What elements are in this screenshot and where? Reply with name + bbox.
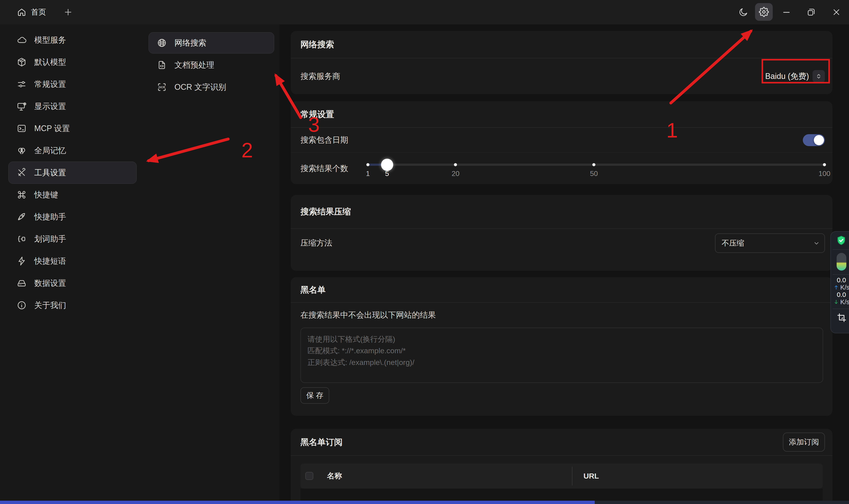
new-tab-button[interactable] <box>63 7 73 17</box>
sidebar-item-global-memory[interactable]: 全局记忆 <box>8 140 137 162</box>
harddrive-icon <box>17 278 27 288</box>
slider-track[interactable] <box>368 164 825 166</box>
sidebar-item-label: 快捷短语 <box>34 256 66 267</box>
upload-arrow-icon <box>833 285 839 290</box>
slider-tick <box>823 163 826 166</box>
info-icon <box>17 300 27 310</box>
sidebar-item-about-us[interactable]: 关于我们 <box>8 294 137 316</box>
rocket-icon <box>17 212 27 222</box>
include-date-toggle-on[interactable] <box>803 134 825 146</box>
column-header-url: URL <box>583 472 599 480</box>
card-general-settings: 常规设置 搜索包含日期 搜索结果个数 <box>291 101 832 184</box>
card-web-search: 网络搜索 搜索服务商 Baidu (免费) <box>291 31 832 94</box>
subsidebar-item-label: 网络搜索 <box>175 38 206 49</box>
subsidebar-item-ocr[interactable]: OCR OCR 文字识别 <box>149 76 274 98</box>
sidebar-item-quick-phrases[interactable]: 快捷短语 <box>8 250 137 272</box>
tab-home-label: 首页 <box>31 7 46 17</box>
zap-icon <box>17 256 27 266</box>
select-all-checkbox[interactable] <box>305 472 313 480</box>
shield-check-icon[interactable] <box>836 235 847 246</box>
slider-mark: 100 <box>818 169 830 178</box>
section-title: 网络搜索 <box>301 39 334 50</box>
sidebar-item-quick-assistant[interactable]: 快捷助手 <box>8 206 137 228</box>
add-subscription-button[interactable]: 添加订阅 <box>783 433 825 452</box>
home-icon <box>17 8 26 17</box>
compression-method-value: 不压缩 <box>716 238 744 248</box>
minimize-button[interactable] <box>781 7 791 17</box>
settings-button-active[interactable] <box>755 3 773 21</box>
ocr-icon: OCR <box>157 82 167 92</box>
sidebar-item-mcp-settings[interactable]: MCP 设置 <box>8 118 137 140</box>
slider-tick <box>366 163 369 166</box>
sidebar-item-label: 划词助手 <box>34 234 66 245</box>
widget-divider <box>833 309 849 309</box>
card-blacklist-subscription: 黑名单订阅 添加订阅 名称 URL <box>291 429 832 504</box>
provider-select[interactable]: Baidu (免费) <box>765 70 825 83</box>
slider-mark: 1 <box>366 169 370 178</box>
sidebar-item-general-settings[interactable]: 常规设置 <box>8 73 137 95</box>
globe-icon <box>157 38 167 48</box>
download-arrow-icon <box>833 299 839 305</box>
compression-method-select[interactable]: 不压缩 <box>715 233 825 253</box>
screenshot-crop-icon[interactable] <box>836 312 847 323</box>
sidebar-item-label: 全局记忆 <box>34 145 66 156</box>
slider-tick <box>454 163 457 166</box>
download-speed-value: 0.0 <box>837 291 846 299</box>
battery-capsule-widget[interactable] <box>837 253 846 271</box>
subsidebar-item-web-search[interactable]: 网络搜索 <box>149 32 274 54</box>
sidebar-item-label: 快捷键 <box>34 190 58 200</box>
slider-mark: 50 <box>590 169 598 178</box>
sidebar-item-selection-assistant[interactable]: 划词助手 <box>8 228 137 250</box>
theme-moon-button[interactable] <box>738 7 748 17</box>
section-title: 常规设置 <box>301 109 334 120</box>
slider-tick <box>592 163 595 166</box>
settings-sidebar: 模型服务 默认模型 常规设置 显示设置 MCP 设置 <box>0 24 142 504</box>
result-count-label: 搜索结果个数 <box>301 163 348 174</box>
sidebar-item-display-settings[interactable]: 显示设置 <box>8 95 137 118</box>
command-icon <box>17 190 27 200</box>
file-code-icon <box>157 60 167 70</box>
tab-home[interactable]: 首页 <box>17 0 46 24</box>
sidebar-item-label: MCP 设置 <box>34 123 70 134</box>
close-button[interactable] <box>832 7 841 17</box>
widget-divider <box>833 249 849 250</box>
sidebar-item-default-models[interactable]: 默认模型 <box>8 51 137 73</box>
save-button[interactable]: 保 存 <box>301 387 329 404</box>
card-blacklist: 黑名单 在搜索结果中不会出现以下网站的结果 保 存 <box>291 277 832 416</box>
subsidebar-item-doc-preprocess[interactable]: 文档预处理 <box>149 54 274 76</box>
svg-text:OCR: OCR <box>159 86 165 89</box>
compression-method-label: 压缩方法 <box>301 238 332 249</box>
section-title: 搜索结果压缩 <box>301 206 351 217</box>
result-count-slider[interactable]: 1 5 20 50 100 <box>368 153 825 184</box>
chevron-down-icon <box>813 239 820 247</box>
column-divider <box>572 467 573 485</box>
sidebar-item-shortcuts[interactable]: 快捷键 <box>8 184 137 206</box>
app-body: 模型服务 默认模型 常规设置 显示设置 MCP 设置 <box>0 24 849 504</box>
section-title: 黑名单订阅 <box>301 436 342 448</box>
sliders-icon <box>17 79 27 89</box>
tools-subsidebar: 网络搜索 文档预处理 OCR OCR 文字识别 <box>142 24 280 504</box>
tools-icon <box>17 167 27 178</box>
include-date-label: 搜索包含日期 <box>301 134 348 145</box>
desktop-widget-bar: 0.0 K/s 0.0 K/s <box>830 231 849 334</box>
slider-handle[interactable] <box>381 159 393 171</box>
subscription-table-header: 名称 URL <box>301 464 823 488</box>
upload-speed-value: 0.0 <box>837 276 846 284</box>
gear-icon <box>759 7 769 17</box>
sidebar-item-tool-settings[interactable]: 工具设置 <box>8 162 137 184</box>
display-icon <box>17 101 27 111</box>
terminal-icon <box>17 123 27 133</box>
brain-icon <box>17 145 27 156</box>
upload-speed-unit: K/s <box>841 284 849 291</box>
sidebar-item-data-settings[interactable]: 数据设置 <box>8 272 137 294</box>
card-result-compression: 搜索结果压缩 压缩方法 不压缩 <box>291 195 832 271</box>
blacklist-textarea[interactable] <box>301 328 823 383</box>
sidebar-item-model-services[interactable]: 模型服务 <box>8 29 137 51</box>
toggle-knob <box>814 135 824 145</box>
provider-value: Baidu (免费) <box>765 71 809 82</box>
sidebar-item-label: 显示设置 <box>34 101 66 112</box>
restore-button[interactable] <box>806 7 816 17</box>
section-title: 黑名单 <box>301 284 326 295</box>
sidebar-item-label: 关于我们 <box>34 300 66 311</box>
settings-content: 网络搜索 搜索服务商 Baidu (免费) 常规设置 搜索包 <box>279 24 849 504</box>
